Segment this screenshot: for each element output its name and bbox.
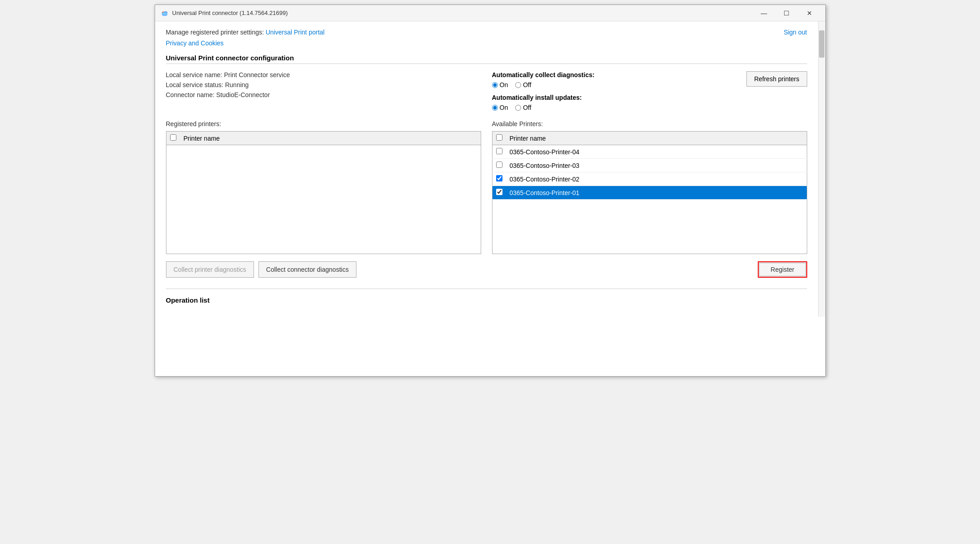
printer-name-cell: 0365-Contoso-Printer-02 (506, 172, 807, 186)
available-printers-label: Available Printers: (492, 120, 807, 127)
printers-section: Registered printers: Printer name (166, 120, 807, 254)
minimize-button[interactable]: — (754, 7, 775, 20)
registered-header-checkbox-cell (166, 132, 180, 145)
registered-printers-table: Printer name (166, 131, 481, 254)
svg-point-3 (161, 12, 167, 15)
available-printer-row[interactable]: 0365-Contoso-Printer-02 (492, 172, 807, 186)
collect-printer-diagnostics-button[interactable]: Collect printer diagnostics (166, 261, 254, 278)
operation-list-title: Operation list (166, 296, 807, 304)
title-bar-left: Universal Print connector (1.14.7564.216… (161, 9, 288, 17)
svg-point-4 (162, 11, 164, 12)
window-title: Universal Print connector (1.14.7564.216… (172, 10, 288, 16)
auto-diagnostics-group: Automatically collect diagnostics: On Of… (492, 71, 595, 88)
registered-printer-name-header: Printer name (180, 132, 481, 145)
auto-updates-off-radio[interactable] (515, 105, 521, 111)
content-scroll-area: Manage registered printer settings: Univ… (155, 21, 825, 317)
available-printers-header: Printer name (492, 132, 807, 145)
available-select-all-checkbox[interactable] (496, 134, 502, 141)
printer-checkbox[interactable] (496, 175, 502, 181)
printer-name-cell: 0365-Contoso-Printer-01 (506, 186, 807, 200)
auto-diagnostics-label: Automatically collect diagnostics: (492, 71, 595, 78)
collect-connector-diagnostics-button[interactable]: Collect connector diagnostics (258, 261, 356, 278)
auto-diagnostics-radio-row: On Off (492, 81, 595, 88)
diag-settings: Automatically collect diagnostics: On Of… (492, 71, 595, 111)
auto-updates-radio-row: On Off (492, 104, 595, 111)
printer-name-cell: 0365-Contoso-Printer-04 (506, 145, 807, 159)
printer-name-cell: 0365-Contoso-Printer-03 (506, 159, 807, 172)
registered-empty-row (166, 145, 481, 254)
title-bar: Universal Print connector (1.14.7564.216… (155, 5, 825, 21)
diag-row: Automatically collect diagnostics: On Of… (492, 71, 807, 111)
action-buttons-row: Collect printer diagnostics Collect conn… (166, 261, 807, 278)
available-printer-name-header: Printer name (506, 132, 807, 145)
auto-diagnostics-on-radio[interactable] (492, 82, 498, 88)
manage-text-row: Manage registered printer settings: Univ… (166, 29, 325, 36)
scrollbar-thumb[interactable] (819, 30, 824, 58)
main-config-grid: Local service name: Print Connector serv… (166, 71, 807, 111)
printer-checkbox-cell (492, 145, 506, 159)
app-icon (161, 9, 169, 17)
operation-list-section: Operation list (166, 289, 807, 304)
auto-updates-on-label: On (500, 104, 508, 111)
refresh-printers-button[interactable]: Refresh printers (746, 71, 807, 87)
registered-select-all-checkbox[interactable] (170, 134, 176, 141)
printer-checkbox-cell (492, 186, 506, 200)
left-config: Local service name: Print Connector serv… (166, 71, 481, 111)
content-area: Manage registered printer settings: Univ… (155, 21, 818, 317)
manage-label: Manage registered printer settings: (166, 29, 264, 36)
auto-diagnostics-off-radio[interactable] (515, 82, 521, 88)
service-name: Local service name: Print Connector serv… (166, 71, 481, 78)
auto-updates-off-item: Off (515, 104, 531, 111)
right-config: Automatically collect diagnostics: On Of… (492, 71, 807, 111)
top-bar: Manage registered printer settings: Univ… (166, 29, 807, 36)
auto-updates-group: Automatically install updates: On Off (492, 94, 595, 111)
left-action-buttons: Collect printer diagnostics Collect conn… (166, 261, 481, 278)
printer-checkbox[interactable] (496, 148, 502, 154)
window-controls: — ☐ ✕ (754, 7, 820, 20)
main-window: Universal Print connector (1.14.7564.216… (155, 5, 826, 377)
auto-diagnostics-on-item: On (492, 81, 508, 88)
portal-link[interactable]: Universal Print portal (266, 29, 325, 36)
auto-diagnostics-on-label: On (500, 81, 508, 88)
privacy-cookies-link[interactable]: Privacy and Cookies (166, 39, 224, 47)
scrollbar[interactable] (818, 21, 825, 317)
registered-printers-panel: Registered printers: Printer name (166, 120, 481, 254)
available-printers-table: Printer name 0365-Contoso-Printer-040365… (492, 131, 807, 254)
printer-checkbox-cell (492, 172, 506, 186)
auto-updates-on-radio[interactable] (492, 105, 498, 111)
service-status: Local service status: Running (166, 81, 481, 88)
sign-out-link[interactable]: Sign out (784, 29, 807, 36)
auto-updates-on-item: On (492, 104, 508, 111)
config-section-title: Universal Print connector configuration (166, 54, 807, 64)
close-button[interactable]: ✕ (799, 7, 820, 20)
printer-checkbox[interactable] (496, 189, 502, 195)
available-printer-row[interactable]: 0365-Contoso-Printer-01 (492, 186, 807, 200)
auto-diagnostics-off-label: Off (523, 81, 531, 88)
auto-diagnostics-off-item: Off (515, 81, 531, 88)
right-action-buttons: Register (492, 261, 807, 278)
maximize-button[interactable]: ☐ (776, 7, 797, 20)
registered-printers-header: Printer name (166, 132, 481, 145)
registered-printers-label: Registered printers: (166, 120, 481, 127)
auto-updates-label: Automatically install updates: (492, 94, 595, 101)
available-printers-panel: Available Printers: Printer name 0365-C (492, 120, 807, 254)
printer-checkbox[interactable] (496, 162, 502, 168)
connector-name: Connector name: StudioE-Connector (166, 91, 481, 98)
available-header-checkbox-cell (492, 132, 506, 145)
register-button-wrapper: Register (758, 261, 807, 278)
auto-updates-off-label: Off (523, 104, 531, 111)
available-printer-row[interactable]: 0365-Contoso-Printer-03 (492, 159, 807, 172)
available-empty-row (492, 200, 807, 254)
printer-checkbox-cell (492, 159, 506, 172)
available-printer-row[interactable]: 0365-Contoso-Printer-04 (492, 145, 807, 159)
register-button[interactable]: Register (759, 263, 805, 276)
